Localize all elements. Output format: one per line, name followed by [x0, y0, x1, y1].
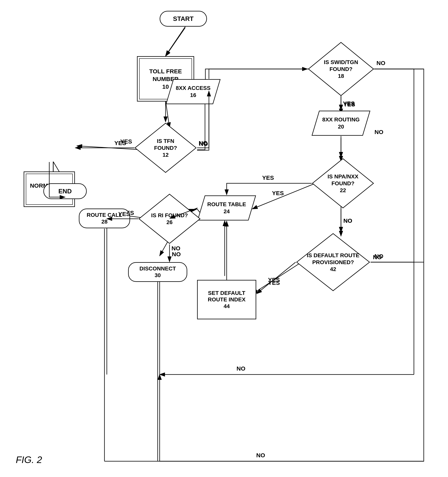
yes-label-npa: YES: [272, 190, 284, 196]
end-label: END: [58, 187, 72, 195]
svg-text:NO: NO: [256, 452, 265, 459]
is-swid-found-label: IS SWID/TGNFOUND?18: [324, 59, 358, 79]
is-ri-found-node: IS RI FOUND?26: [138, 193, 201, 244]
8xx-access-label: 8XX ACCESS16: [166, 79, 221, 104]
is-tfn-found-node: IS TFNFOUND?12: [134, 122, 197, 173]
svg-text:YES: YES: [268, 280, 280, 286]
yes-label-swid: YES: [343, 101, 355, 108]
svg-line-13: [252, 183, 315, 209]
route-table-label: ROUTE TABLE24: [197, 195, 256, 221]
set-default-route-node: SET DEFAULTROUTE INDEX44: [197, 280, 256, 319]
svg-text:YES: YES: [343, 100, 355, 107]
svg-text:YES: YES: [262, 174, 274, 181]
svg-text:NO: NO: [199, 140, 208, 146]
svg-line-1: [166, 28, 185, 56]
start-label: START: [173, 15, 194, 23]
svg-text:YES: YES: [114, 140, 126, 146]
flowchart: YES NO YES NO YES NO YES: [0, 0, 448, 477]
svg-text:NO: NO: [343, 217, 352, 224]
no-label-ri: NO: [172, 245, 180, 251]
figure-label: FIG. 2: [16, 454, 42, 465]
is-ri-found-label: IS RI FOUND?26: [151, 212, 188, 226]
svg-text:NO: NO: [373, 254, 382, 260]
arrow-layer: YES NO YES NO YES NO YES: [0, 0, 448, 477]
route-call-label: ROUTE CALL28: [87, 212, 122, 225]
yes-label-tfn: YES: [120, 138, 132, 145]
no-label-default-r: NO: [375, 253, 383, 259]
no-label-tfn: NO: [199, 141, 208, 147]
disconnect-label: DISCONNECT30: [139, 265, 176, 279]
8xx-routing-node: 8XX ROUTING20: [311, 110, 370, 136]
set-default-route-label: SET DEFAULTROUTE INDEX44: [208, 290, 245, 310]
svg-line-15: [253, 262, 302, 294]
is-default-route-label: IS DEFAULT ROUTEPROVISIONED?42: [307, 252, 359, 273]
no-label-swid: NO: [375, 129, 383, 135]
is-default-route-node: IS DEFAULT ROUTEPROVISIONED?42: [296, 233, 370, 292]
svg-text:NO: NO: [376, 60, 385, 66]
is-tfn-found-label: IS TFNFOUND?12: [154, 137, 177, 158]
is-swid-found-node: IS SWID/TGNFOUND?18: [307, 42, 375, 97]
no-label-npa: NO: [343, 217, 352, 224]
end-node: END: [43, 183, 87, 199]
no-label-bottom: NO: [237, 365, 245, 372]
disconnect-node: DISCONNECT30: [128, 262, 187, 282]
svg-line-34: [166, 27, 185, 56]
8xx-access-node: 8XX ACCESS16: [166, 79, 221, 104]
border-lines: YES NO YES NO YES NO YES NO: [0, 0, 448, 477]
route-table-node: ROUTE TABLE24: [197, 195, 256, 221]
route-call-node: ROUTE CALL28: [79, 209, 130, 228]
is-npa-found-node: IS NPA/NXXFOUND?22: [311, 158, 375, 209]
svg-text:NO: NO: [172, 251, 181, 257]
8xx-routing-label: 8XX ROUTING20: [311, 110, 370, 136]
svg-line-3: [77, 146, 142, 150]
yes-label-default: YES: [268, 277, 280, 283]
start-node: START: [160, 11, 207, 27]
is-npa-found-label: IS NPA/NXXFOUND?22: [328, 173, 358, 194]
